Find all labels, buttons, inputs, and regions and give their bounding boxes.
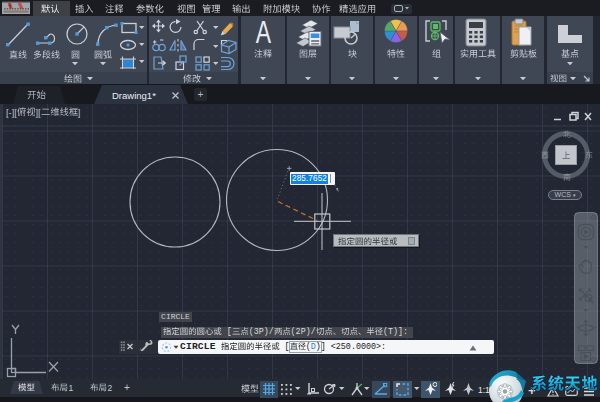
svg-text:A: A xyxy=(256,18,272,47)
